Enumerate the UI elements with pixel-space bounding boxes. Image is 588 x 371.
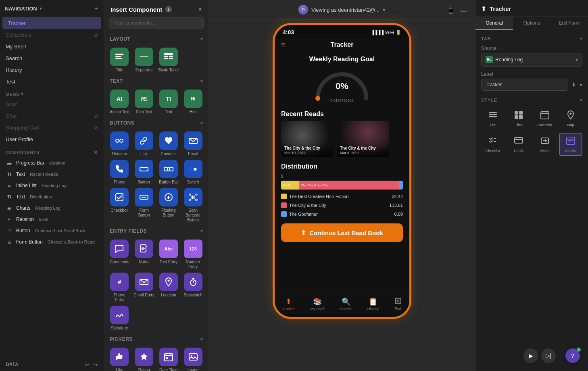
comp-like[interactable]: Like bbox=[109, 348, 130, 371]
comp-button-bar[interactable]: Button Bar bbox=[158, 160, 179, 185]
component-search-input[interactable] bbox=[109, 17, 204, 29]
redo-button[interactable]: ↪ bbox=[93, 361, 98, 368]
sidebar-item-history[interactable]: History bbox=[0, 64, 104, 76]
style-swipe[interactable]: Swipe bbox=[533, 133, 557, 156]
comp-phone[interactable]: Phone bbox=[109, 160, 130, 185]
nav-add-button[interactable]: + bbox=[94, 4, 99, 13]
comp-scan-barcode[interactable]: Scan Barcode Button bbox=[182, 188, 204, 223]
style-section-arrow[interactable]: ▾ bbox=[580, 97, 582, 103]
tablet-icon[interactable]: ▭ bbox=[460, 5, 467, 14]
layout-section-header[interactable]: LAYOUT ▾ bbox=[104, 34, 209, 44]
map-style-icon bbox=[566, 110, 575, 122]
nav-chevron[interactable]: ▾ bbox=[40, 6, 42, 11]
component-button[interactable]: □ Button Continue Last Read Book bbox=[0, 225, 104, 236]
like-icon bbox=[110, 348, 129, 366]
style-details[interactable]: Details bbox=[559, 133, 582, 156]
component-charts[interactable]: ◉ Charts Reading Log bbox=[0, 202, 104, 214]
style-checklist[interactable]: Checklist bbox=[481, 133, 505, 156]
bnav-history[interactable]: 📋 History bbox=[367, 297, 379, 311]
buttons-section-header[interactable]: BUTTONS ▾ bbox=[104, 118, 209, 128]
source-value[interactable]: RL Reading Log ▾ bbox=[481, 53, 582, 67]
hamburger-icon[interactable]: ≡ bbox=[281, 41, 286, 49]
comp-basic-table[interactable]: Basic Table bbox=[158, 48, 179, 73]
comp-email-entry[interactable]: Email Entry bbox=[133, 273, 155, 302]
svg-point-18 bbox=[194, 168, 196, 171]
comp-action-text[interactable]: At Action Text bbox=[109, 90, 130, 115]
comp-checkbox[interactable]: Checkbox bbox=[109, 188, 130, 223]
undo-button[interactable]: ↩ bbox=[85, 361, 90, 368]
comp-comments[interactable]: Comments bbox=[109, 240, 130, 269]
comp-text-entry[interactable]: Abc Text Entry bbox=[158, 240, 179, 269]
comp-location[interactable]: Location bbox=[158, 273, 179, 302]
comp-relation[interactable]: Relation bbox=[109, 131, 130, 156]
comp-email[interactable]: Email bbox=[182, 131, 204, 156]
sidebar-item-search[interactable]: Search bbox=[0, 52, 104, 64]
style-grid: List Tiles Calendar bbox=[481, 107, 582, 156]
dist-stacked-bar: The B... The City & the City bbox=[281, 181, 403, 190]
comp-text[interactable]: Tt Text bbox=[158, 90, 179, 115]
bnav-tracker[interactable]: ⬆ Tracker bbox=[282, 297, 294, 311]
comp-switch[interactable]: Switch bbox=[182, 160, 204, 185]
sidebar-item-myshelf[interactable]: My Shelf bbox=[0, 41, 104, 52]
sidebar-item-test[interactable]: Test bbox=[0, 76, 104, 88]
style-list[interactable]: List bbox=[481, 107, 505, 130]
component-relation[interactable]: •• Relation book bbox=[0, 214, 104, 225]
style-map[interactable]: Map bbox=[559, 107, 582, 130]
sidebar-item-tracker[interactable]: Tracker bbox=[2, 17, 101, 29]
comp-notes[interactable]: Notes bbox=[133, 240, 155, 269]
bnav-myshelf[interactable]: 📚 My Shelf bbox=[310, 297, 324, 311]
component-progress-bar[interactable]: ▬ Progress Bar duration bbox=[0, 157, 104, 169]
comp-hint[interactable]: Hi Hint bbox=[182, 90, 204, 115]
comp-button[interactable]: Button bbox=[133, 160, 155, 185]
svg-point-10 bbox=[120, 139, 123, 142]
tab-edit-form[interactable]: Edit Form bbox=[550, 17, 588, 30]
comp-rating[interactable]: Rating bbox=[133, 348, 155, 371]
comp-image-picker[interactable]: Image Picker bbox=[182, 348, 204, 371]
tab-general[interactable]: General bbox=[475, 17, 513, 30]
comp-number-entry[interactable]: 123 Number Entry bbox=[182, 240, 204, 269]
comp-stopwatch[interactable]: Stopwatch bbox=[182, 273, 204, 302]
comp-favorite[interactable]: Favorite bbox=[158, 131, 179, 156]
style-calendar[interactable]: Calendar bbox=[533, 107, 557, 130]
viewing-as-chevron[interactable]: ▾ bbox=[383, 7, 386, 13]
style-tiles[interactable]: Tiles bbox=[507, 107, 530, 130]
bnav-test[interactable]: 🖼 Test bbox=[394, 297, 402, 311]
component-inline-list[interactable]: ≡ Inline List Reading Log bbox=[0, 180, 104, 191]
comp-floating-button[interactable]: Floating Button bbox=[158, 188, 179, 223]
continue-last-read-button[interactable]: ⬆ Continue Last Read Book bbox=[281, 223, 403, 242]
mobile-icon[interactable]: 📱 bbox=[446, 5, 455, 14]
comp-form-button[interactable]: Form Button bbox=[133, 188, 155, 223]
entry-fields-section-header[interactable]: ENTRY FIELDS ▾ bbox=[104, 226, 209, 236]
bnav-search[interactable]: 🔍 Search bbox=[340, 297, 352, 311]
label-dropdown-icon[interactable]: ▾ bbox=[580, 81, 582, 88]
sidebar-item-user-profile[interactable]: User Profile bbox=[0, 133, 104, 145]
label-input[interactable] bbox=[481, 79, 568, 91]
component-form-button[interactable]: ⊡ Form Button Choose a Book to Read bbox=[0, 236, 104, 248]
menu-chevron[interactable]: ▾ bbox=[21, 92, 24, 97]
pickers-section-header[interactable]: PICKERS ▾ bbox=[104, 334, 209, 344]
style-section-label: STYLE bbox=[481, 98, 497, 102]
comp-rich-text[interactable]: Rt Rich Text bbox=[133, 90, 155, 115]
sidebar-item-scan[interactable]: Scan bbox=[0, 98, 104, 110]
component-text-distribution[interactable]: Tt Text Distribution bbox=[0, 191, 104, 202]
components-close-icon[interactable]: ✕ bbox=[93, 149, 98, 156]
text-grid: At Action Text Rt Rich Text Tt Text Hi H… bbox=[104, 86, 209, 118]
recent-reads-title: Recent Reads bbox=[281, 110, 403, 118]
info-icon[interactable]: ℹ bbox=[165, 6, 172, 13]
comp-signature[interactable]: Signature bbox=[109, 306, 130, 331]
tab-options[interactable]: Options bbox=[513, 17, 550, 30]
sidebar-item-collections: Collections ⊘ bbox=[0, 29, 104, 41]
comp-link[interactable]: Link bbox=[133, 131, 155, 156]
comp-separator[interactable]: Separator bbox=[133, 48, 155, 73]
comp-date-time[interactable]: Date Time bbox=[158, 348, 179, 371]
insert-panel-close-button[interactable]: × bbox=[198, 6, 202, 13]
text-section-header[interactable]: TEXT ▾ bbox=[104, 76, 209, 86]
label-download-icon[interactable]: ⬇ bbox=[571, 81, 576, 88]
style-cards[interactable]: Cards bbox=[507, 133, 530, 156]
menu-section: MENU ▾ bbox=[0, 88, 104, 98]
comp-phone-entry[interactable]: # Phone Entry bbox=[109, 273, 130, 302]
comp-title[interactable]: Title bbox=[109, 48, 130, 73]
tab-section-arrow[interactable]: ▾ bbox=[580, 36, 582, 42]
component-text-recent[interactable]: Tt Text Recent Reads bbox=[0, 169, 104, 180]
help-button[interactable]: ? bbox=[565, 348, 580, 363]
